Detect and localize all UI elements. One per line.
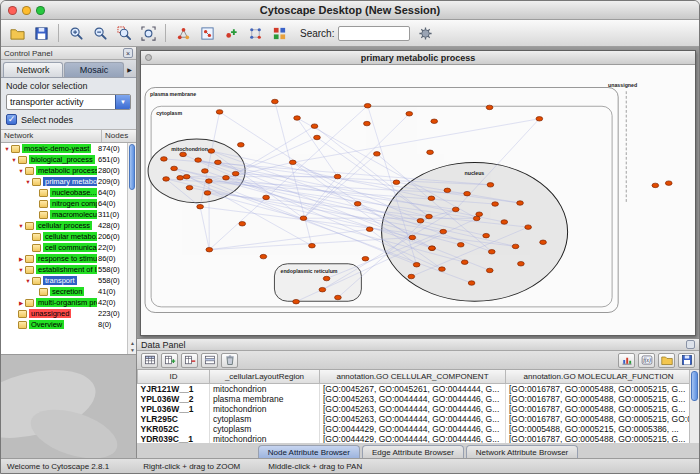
import-table-icon[interactable] [658,353,675,368]
network-node[interactable] [319,287,326,292]
minimize-window-button[interactable] [22,6,31,15]
window-titlebar[interactable]: Cytoscape Desktop (New Session) [1,1,699,20]
network-node[interactable] [431,119,438,124]
table-row[interactable]: YLR295Ccytoplasm[GO:0045263, GO:0044444,… [138,414,692,424]
network-node[interactable] [311,124,318,129]
node-color-attribute-dropdown[interactable]: transporter activity ▼ [6,94,131,110]
disclosure-triangle-icon[interactable]: ▶ [17,256,25,262]
network-node[interactable] [300,216,307,221]
tab-node-attribute-browser[interactable]: Node Attribute Browser [258,445,360,458]
network-node[interactable] [429,246,436,251]
zoom-window-button[interactable] [36,6,45,15]
network-node[interactable] [408,274,415,279]
tab-network[interactable]: Network [3,62,63,77]
network-node[interactable] [197,204,204,209]
tree-row[interactable]: unassigned223(0) [1,308,127,319]
network-node[interactable] [195,158,202,163]
network-node[interactable] [364,121,371,126]
tab-overflow-icon[interactable]: ▶ [124,62,135,77]
network-node[interactable] [536,117,543,122]
network-node[interactable] [457,243,464,248]
layout-icon[interactable] [244,22,266,44]
control-panel-close-button[interactable]: × [123,48,133,58]
network-node[interactable] [468,281,475,286]
vizmapper-icon[interactable] [268,22,290,44]
network-node[interactable] [476,212,483,217]
first-neighbors-icon[interactable] [172,22,194,44]
network-node[interactable] [501,220,508,225]
function-builder-icon[interactable] [638,353,655,368]
network-node[interactable] [232,171,239,176]
network-node[interactable] [393,180,400,185]
table-row[interactable]: YPL036W__1mitochondrion[GO:0045263, GO:0… [138,404,692,414]
network-node[interactable] [216,110,223,115]
zoom-fit-icon[interactable] [137,22,159,44]
network-node[interactable] [208,149,215,154]
export-table-icon[interactable] [678,353,695,368]
select-all-attributes-icon[interactable] [201,353,218,368]
network-node[interactable] [335,295,342,300]
column-header[interactable]: _cellularLayoutRegion [210,370,320,383]
network-node[interactable] [652,183,659,188]
tree-row[interactable]: ▶response to stimul...86(0) [1,253,127,264]
network-node[interactable] [540,240,547,245]
search-input[interactable] [338,26,410,41]
table-scrollbar-thumb[interactable] [691,371,698,401]
disclosure-triangle-icon[interactable]: ▼ [17,168,25,174]
network-node[interactable] [272,99,279,104]
tree-row[interactable]: ▼mosaic-demo-yeast874(0) [1,143,127,154]
network-node[interactable] [215,160,222,165]
table-row[interactable]: YKR052Ccytoplasm[GO:0044429, GO:0044444,… [138,424,692,434]
network-node[interactable] [461,260,468,265]
select-attributes-icon[interactable] [141,353,158,368]
network-window-titlebar[interactable]: primary metabolic process [141,51,695,65]
zoom-in-icon[interactable] [65,22,87,44]
network-node[interactable] [426,214,433,219]
tree-row[interactable]: nitrogen compo...64(0) [1,198,127,209]
column-header[interactable]: annotation.GO MOLECULAR_FUNCTION [506,370,692,383]
tree-header-network[interactable]: Network [1,130,102,142]
table-row[interactable]: YDR039C__1mitochondrion[GO:0044429, GO:0… [138,434,692,444]
close-window-button[interactable] [8,6,17,15]
network-node[interactable] [260,254,267,259]
network-node[interactable] [665,181,672,186]
network-node[interactable] [486,268,493,273]
network-node[interactable] [323,276,330,281]
search-options-button[interactable] [414,22,436,44]
network-node[interactable] [163,177,170,182]
network-node[interactable] [309,243,316,248]
network-node[interactable] [517,201,524,206]
disclosure-triangle-icon[interactable]: ▼ [24,278,32,284]
zoom-selected-region-icon[interactable] [113,22,135,44]
scroll-up-icon[interactable]: ▲ [128,340,136,346]
network-node[interactable] [417,219,424,224]
disclosure-triangle-icon[interactable]: ▶ [17,300,25,306]
graph-view-icon[interactable] [618,353,635,368]
network-node[interactable] [366,227,373,232]
network-node[interactable] [206,179,213,184]
tree-header-nodes[interactable]: Nodes [102,130,136,142]
column-header[interactable]: ID [138,370,210,383]
network-node[interactable] [518,262,525,267]
network-node[interactable] [444,188,451,193]
tree-row[interactable]: secretion41(0) [1,286,127,297]
network-node[interactable] [487,183,494,188]
tab-mosaic[interactable]: Mosaic [64,62,124,77]
new-network-from-selection-icon[interactable] [196,22,218,44]
disclosure-triangle-icon[interactable]: ▼ [17,267,25,273]
table-row[interactable]: YJR121W__1mitochondrion[GO:0045267, GO:0… [138,383,692,394]
scroll-down-icon[interactable]: ▼ [128,347,136,353]
network-node[interactable] [473,216,480,221]
network-node[interactable] [294,116,301,121]
network-node[interactable] [440,229,447,234]
tab-edge-attribute-browser[interactable]: Edge Attribute Browser [362,445,464,458]
network-node[interactable] [486,105,493,110]
tree-row[interactable]: ▶multi-organism pro...42(0) [1,297,127,308]
network-node[interactable] [409,235,416,240]
network-node[interactable] [161,157,168,162]
network-node[interactable] [293,299,300,304]
create-attribute-icon[interactable] [161,353,178,368]
network-node[interactable] [427,150,434,155]
tree-row[interactable]: ▼biological_process651(0) [1,154,127,165]
tree-scrollbar[interactable]: ▲ ▼ [127,143,136,354]
